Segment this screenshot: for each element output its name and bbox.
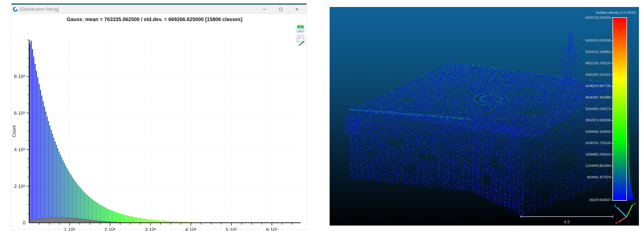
close-icon: × xyxy=(295,6,298,12)
histogram-bar xyxy=(86,194,86,223)
histogram-bar xyxy=(89,197,90,223)
histogram-bar xyxy=(122,214,122,223)
histogram-bar xyxy=(118,213,118,223)
gizmo-axis-y xyxy=(626,205,632,217)
color-scale-label: 5254013.198853 xyxy=(585,50,611,54)
histogram-bar xyxy=(99,204,100,223)
histogram-chart: 02·10⁶4·10⁶6·10⁶8·10⁶1·10⁶2·10⁶3·10⁶4·10… xyxy=(12,24,306,231)
histogram-bar xyxy=(54,138,54,223)
histogram-bar xyxy=(105,208,106,223)
histogram-bar xyxy=(52,134,53,223)
color-scale-label: 4450200.331421 xyxy=(585,73,611,77)
maximize-button[interactable] xyxy=(272,5,289,14)
x-tick-label: 6·10⁶ xyxy=(266,227,278,231)
histogram-bar xyxy=(132,216,133,223)
color-scale-label: 3244481.030273 xyxy=(585,107,611,111)
histogram-bar xyxy=(36,71,37,223)
histogram-bar xyxy=(128,216,129,223)
histogram-bar xyxy=(100,205,101,223)
histogram-bar xyxy=(110,210,110,223)
histogram-bar xyxy=(83,191,84,223)
window-title: [Distribution fitting] xyxy=(20,6,59,12)
histogram-bar xyxy=(102,206,102,223)
histogram-bar xyxy=(91,198,92,223)
histogram-bar xyxy=(31,41,32,223)
histogram-bar xyxy=(58,148,58,223)
histogram-bar xyxy=(47,116,48,223)
histogram-bar xyxy=(82,190,82,223)
window-top-accent xyxy=(12,4,306,5)
color-scale-tick xyxy=(611,154,612,155)
gizmo-axis-label-z: Z xyxy=(614,204,616,208)
histogram-bar xyxy=(71,175,72,223)
histogram-bar xyxy=(42,96,42,223)
histogram-bar xyxy=(126,215,126,223)
scalar-field-title: Surface density (r=0.0033) xyxy=(596,11,636,15)
color-scale-tick xyxy=(611,52,612,52)
histogram-bar xyxy=(150,219,150,223)
color-scale-label: 833042.427979 xyxy=(587,175,611,179)
y-tick-label: 6·10⁶ xyxy=(14,110,26,116)
gizmo-axis-z xyxy=(617,208,626,217)
color-scale-label: 1636855.295410 xyxy=(585,152,611,156)
orientation-gizmo[interactable]: XYZ xyxy=(612,202,640,228)
histogram-bar xyxy=(80,188,81,223)
histogram-bar xyxy=(120,214,121,223)
histogram-bar xyxy=(75,181,76,223)
histogram-bar xyxy=(49,126,50,223)
histogram-bar xyxy=(64,163,65,223)
histogram-bar xyxy=(134,217,134,223)
axis-ticks xyxy=(26,40,292,226)
gizmo-axis-label-x: X xyxy=(615,222,618,225)
histogram-bar xyxy=(107,208,108,223)
histogram-bar xyxy=(144,218,145,223)
3d-viewport[interactable]: Surface density (r=0.0033) 6459732.50000… xyxy=(330,7,639,226)
histogram-bar xyxy=(88,196,89,223)
x-tick-label: 4·10⁶ xyxy=(185,227,196,231)
histogram-bar xyxy=(146,219,146,223)
y-tick-label: 8·10⁶ xyxy=(14,74,26,79)
minimize-button[interactable] xyxy=(256,5,272,14)
histogram-bar xyxy=(131,216,132,223)
color-scale-label: 6459732.500000 xyxy=(585,16,611,20)
histogram-bar xyxy=(136,218,137,223)
histogram-bar xyxy=(60,155,61,223)
histogram-bar xyxy=(140,218,141,223)
color-scale-tick xyxy=(611,143,612,143)
histogram-bar xyxy=(70,173,70,223)
color-scale-tick xyxy=(611,98,612,98)
histogram-bar xyxy=(51,130,52,223)
histogram-bar xyxy=(79,186,80,223)
histogram-bar xyxy=(142,218,142,223)
histogram-bar xyxy=(67,168,68,223)
color-scale-label: 2842574.596558 xyxy=(585,118,611,122)
histogram-bar xyxy=(39,84,40,223)
chart-root: 02·10⁶4·10⁶6·10⁶8·10⁶1·10⁶2·10⁶3·10⁶4·10… xyxy=(12,40,301,231)
cloudcompare-screen: [Distribution fitting] × Gauss: mean = 7… xyxy=(0,0,644,231)
x-tick-label: 3·10⁶ xyxy=(145,227,156,231)
histogram-bar xyxy=(148,219,149,223)
histogram-bar xyxy=(77,184,78,223)
close-button[interactable]: × xyxy=(289,5,305,14)
histogram-bar xyxy=(68,170,69,223)
color-scale-label: 2038761.729126 xyxy=(585,141,611,145)
y-tick-label: 0 xyxy=(23,220,26,225)
color-scale-label: 2440668.162842 xyxy=(585,130,611,134)
histogram-bar xyxy=(96,202,97,223)
color-scale-tick xyxy=(611,40,612,41)
histogram-bar xyxy=(151,220,152,223)
histogram-bar xyxy=(44,106,45,223)
histogram-bar xyxy=(63,160,64,223)
color-scale-tick xyxy=(611,63,612,64)
window-titlebar[interactable]: [Distribution fitting] × xyxy=(12,5,306,14)
histogram-bar xyxy=(66,166,66,223)
chart-title: Gauss: mean = 763335.062500 / std.dev. =… xyxy=(12,16,298,22)
histogram-bar xyxy=(139,218,140,223)
histogram-bar xyxy=(119,213,120,223)
minimize-icon xyxy=(263,9,266,10)
histogram-bar xyxy=(59,152,60,223)
color-scale-tick xyxy=(611,18,612,18)
color-scale-tick xyxy=(611,75,612,75)
color-scale-tick xyxy=(611,177,612,178)
histogram-bar xyxy=(48,121,49,223)
